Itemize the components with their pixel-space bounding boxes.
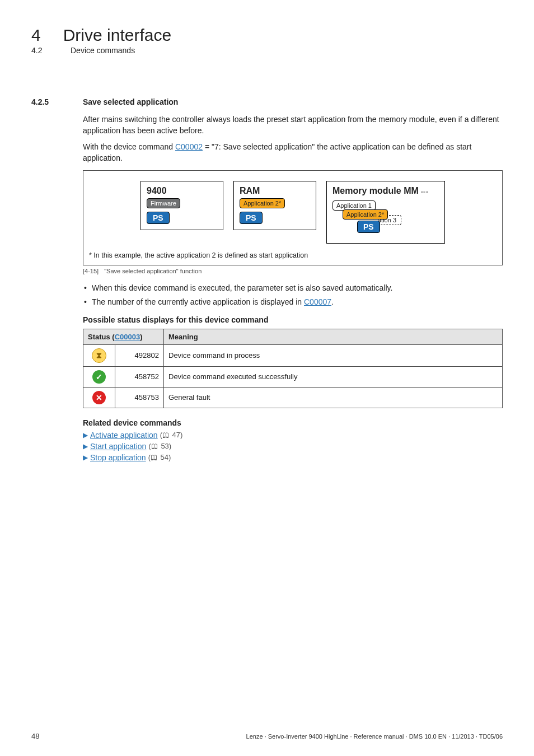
paragraph: After mains switching the controller alw… — [83, 114, 503, 136]
status-code: 458752 — [115, 366, 164, 387]
text: Status ( — [88, 333, 115, 341]
page-number: 54 — [161, 453, 168, 461]
book-icon: 🕮 — [162, 431, 169, 439]
table-header-meaning: Meaning — [164, 329, 503, 344]
figure-box-9400: 9400 Firmware PS — [140, 181, 223, 230]
status-code: 458753 — [115, 387, 164, 408]
chapter-number: 4 — [31, 26, 41, 45]
related-list: ▶ Activate application (🕮 47) ▶ Start ap… — [83, 431, 503, 462]
page-ref: (🕮 47) — [160, 431, 183, 439]
code-link[interactable]: C00003 — [115, 333, 140, 341]
section-title: Device commands — [71, 46, 135, 55]
bullet-list: When this device command is executed, th… — [83, 282, 503, 307]
table-row: 458753 General fault — [83, 387, 503, 408]
page-footer: 48 Lenze · Servo-Inverter 9400 HighLine … — [31, 732, 503, 740]
related-heading: Related device commands — [83, 418, 503, 427]
page-ref: (🕮 54) — [148, 453, 171, 461]
status-heading: Possible status displays for this device… — [83, 315, 503, 324]
subsection-number: 4.2.5 — [31, 97, 60, 106]
page-ref: (🕮 53) — [148, 442, 171, 450]
table-row: 492802 Device command in process — [83, 344, 503, 366]
figure-caption-number: [4-15] — [83, 268, 99, 274]
ps-badge: PS — [240, 212, 263, 224]
list-item: The number of the currently active appli… — [83, 296, 503, 307]
footer-doc-id: Lenze · Servo-Inverter 9400 HighLine · R… — [246, 733, 503, 740]
box-title: RAM — [240, 186, 310, 196]
ps-badge: PS — [357, 221, 380, 233]
status-ok-icon — [92, 370, 106, 384]
status-error-icon — [92, 391, 106, 404]
book-icon: 🕮 — [151, 442, 158, 450]
related-link[interactable]: Activate application — [90, 431, 158, 440]
arrow-icon: ▶ — [83, 442, 88, 450]
related-link[interactable]: Stop application — [90, 453, 146, 462]
text: Memory module MM — [332, 186, 419, 195]
page-number: 47 — [172, 431, 180, 439]
figure-box-memory-module: Memory module MM▫▫▫ Application 1 Applic… — [326, 181, 445, 244]
code-link[interactable]: C00007 — [304, 297, 331, 306]
figure-box-ram: RAM Application 2* PS — [233, 181, 316, 230]
chapter-title: Drive interface — [63, 26, 171, 45]
text: ) — [140, 333, 142, 341]
table-row: 458752 Device command executed successfu… — [83, 366, 503, 387]
status-meaning: Device command executed successfully — [164, 366, 503, 387]
text: . — [331, 297, 334, 306]
page-number: 53 — [161, 442, 168, 450]
separator: _ _ _ _ _ _ _ _ _ _ _ _ _ _ _ _ _ _ _ _ … — [31, 75, 503, 81]
status-meaning: General fault — [164, 387, 503, 408]
box-title: Memory module MM▫▫▫ — [332, 186, 439, 196]
table-header-status: Status (C00003) — [83, 329, 164, 344]
footer-page-number: 48 — [31, 732, 39, 740]
section-number: 4.2 — [31, 46, 48, 55]
paragraph: With the device command C00002 = "7: Sav… — [83, 142, 503, 164]
ps-badge: PS — [147, 212, 170, 224]
related-link[interactable]: Start application — [90, 442, 146, 451]
chip-application: Application 2* — [343, 209, 388, 220]
status-table: Status (C00003) Meaning 492802 Device co… — [83, 329, 503, 408]
text: The number of the currently active appli… — [92, 297, 304, 306]
related-item: ▶ Stop application (🕮 54) — [83, 453, 503, 462]
figure-caption-text: "Save selected application" function — [104, 268, 202, 274]
status-wait-icon — [92, 348, 106, 363]
arrow-icon: ▶ — [83, 431, 88, 439]
related-item: ▶ Start application (🕮 53) — [83, 442, 503, 451]
chip-firmware: Firmware — [147, 198, 180, 208]
code-link[interactable]: C00002 — [175, 142, 203, 151]
list-item: When this device command is executed, th… — [83, 282, 503, 293]
chip-application: Application 2* — [240, 198, 285, 208]
status-code: 492802 — [115, 344, 164, 366]
arrow-icon: ▶ — [83, 454, 88, 461]
subsection-title: Save selected application — [83, 97, 178, 106]
status-meaning: Device command in process — [164, 344, 503, 366]
figure-caption: [4-15]"Save selected application" functi… — [83, 268, 503, 274]
box-title: 9400 — [147, 186, 217, 196]
figure: 9400 Firmware PS RAM Application 2* PS M… — [83, 170, 503, 265]
book-icon: 🕮 — [151, 454, 157, 461]
text: With the device command — [83, 142, 175, 151]
module-dots-icon: ▫▫▫ — [421, 189, 429, 195]
related-item: ▶ Activate application (🕮 47) — [83, 431, 503, 440]
figure-footnote: * In this example, the active applicatio… — [89, 251, 496, 259]
